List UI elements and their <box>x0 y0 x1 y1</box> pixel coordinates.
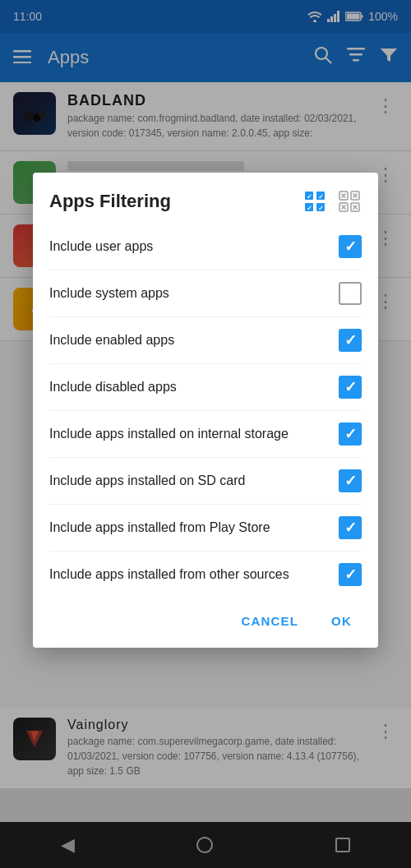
select-all-button[interactable]: ✓ ✓ ✓ ✓ <box>302 189 327 214</box>
filter-row-disabled-apps: Include disabled apps <box>49 364 362 411</box>
dialog-title: Apps Filtering <box>49 191 171 212</box>
filter-label-enabled-apps: Include enabled apps <box>49 331 339 349</box>
checkbox-enabled-apps[interactable] <box>339 329 362 352</box>
filter-row-play-store: Include apps installed from Play Store <box>49 505 362 552</box>
checkbox-disabled-apps[interactable] <box>339 376 362 399</box>
ok-button[interactable]: OK <box>318 607 365 635</box>
cancel-button[interactable]: CANCEL <box>228 607 312 635</box>
filter-row-other-sources: Include apps installed from other source… <box>49 552 362 598</box>
dialog-body: Include user apps Include system apps In… <box>33 224 378 598</box>
apps-filtering-dialog: Apps Filtering ✓ ✓ ✓ ✓ <box>33 173 378 648</box>
svg-text:✓: ✓ <box>307 205 312 212</box>
filter-row-enabled-apps: Include enabled apps <box>49 317 362 364</box>
checkbox-system-apps[interactable] <box>339 282 362 305</box>
dialog-header-icons: ✓ ✓ ✓ ✓ <box>302 189 362 214</box>
filter-label-disabled-apps: Include disabled apps <box>49 378 339 396</box>
filter-row-internal-storage: Include apps installed on internal stora… <box>49 411 362 458</box>
checkbox-internal-storage[interactable] <box>339 422 362 446</box>
filter-label-other-sources: Include apps installed from other source… <box>49 566 339 584</box>
filter-label-internal-storage: Include apps installed on internal stora… <box>49 425 339 443</box>
svg-text:✓: ✓ <box>307 193 312 201</box>
svg-text:✓: ✓ <box>318 193 324 201</box>
filter-row-user-apps: Include user apps <box>49 224 362 270</box>
svg-text:✓: ✓ <box>318 205 324 212</box>
deselect-all-button[interactable] <box>337 189 362 214</box>
filter-row-system-apps: Include system apps <box>49 270 362 317</box>
filter-label-system-apps: Include system apps <box>49 284 339 302</box>
filter-row-sd-card: Include apps installed on SD card <box>49 458 362 505</box>
dialog-actions: CANCEL OK <box>33 598 378 648</box>
filter-label-play-store: Include apps installed from Play Store <box>49 519 339 537</box>
filter-label-user-apps: Include user apps <box>49 238 339 256</box>
dialog-header: Apps Filtering ✓ ✓ ✓ ✓ <box>33 173 378 224</box>
checkbox-play-store[interactable] <box>339 516 362 539</box>
checkbox-sd-card[interactable] <box>339 469 362 492</box>
checkbox-user-apps[interactable] <box>339 235 362 258</box>
filter-label-sd-card: Include apps installed on SD card <box>49 472 339 490</box>
checkbox-other-sources[interactable] <box>339 563 362 586</box>
